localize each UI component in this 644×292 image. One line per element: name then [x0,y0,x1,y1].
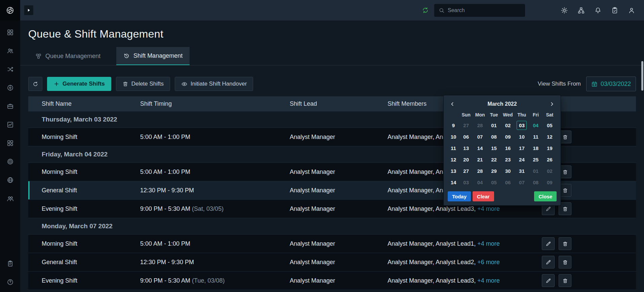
day-cell[interactable]: 29 [489,166,499,176]
day-cell[interactable]: 21 [475,155,485,164]
clear-button[interactable]: Clear [473,191,494,201]
day-cell[interactable]: 19 [545,144,555,153]
day-cell[interactable]: 08 [489,132,499,141]
topbar-icons [561,7,635,14]
initiate-handover-button[interactable]: Initiate Shift Handover [175,77,253,91]
sidebar-item-people[interactable] [0,189,20,208]
generate-shifts-button[interactable]: Generate Shifts [47,77,111,91]
sidebar-item-shuffle[interactable] [0,60,20,79]
day-cell[interactable]: 11 [531,132,541,141]
refresh-button[interactable] [28,77,42,91]
sidebar-expand-button[interactable] [24,5,33,15]
settings-button[interactable] [561,7,568,14]
app-logo[interactable] [0,0,20,20]
day-cell[interactable]: 31 [517,166,527,176]
day-cell[interactable]: 13 [461,144,471,153]
delete-shifts-button[interactable]: Delete Shifts [116,77,170,91]
day-cell[interactable]: 28 [475,166,485,176]
sidebar-item-blocks[interactable] [0,134,20,152]
delete-shift-button[interactable] [559,237,571,250]
shift-lead: Analyst Manager [290,168,388,176]
close-button[interactable]: Close [534,191,557,201]
trash-icon [562,241,568,247]
day-cell[interactable]: 30 [503,166,513,176]
sidebar-item-grid[interactable] [0,23,20,42]
shift-row[interactable]: Morning Shift5:00 AM - 1:00 PMAnalyst Ma… [28,235,636,253]
day-cell[interactable]: 08 [531,178,541,187]
day-cell[interactable]: 07 [475,132,485,141]
day-cell[interactable]: 06 [503,178,513,187]
sync-status-icon[interactable] [422,7,429,14]
scrollbar-thumb[interactable] [641,61,643,91]
day-cell[interactable]: 02 [503,121,513,130]
view-date-picker-button[interactable]: 03/03/2022 [586,77,636,91]
tasks-button[interactable] [611,7,618,14]
more-members-link[interactable]: +6 more [477,259,500,265]
day-cell[interactable]: 09 [503,132,513,141]
today-button[interactable]: Today [448,191,471,201]
sidebar-item-globe[interactable] [0,171,20,189]
day-cell[interactable]: 01 [531,166,541,176]
day-cell[interactable]: 16 [503,144,513,153]
day-cell[interactable]: 05 [545,121,555,130]
day-cell[interactable]: 23 [503,155,513,164]
integrations-button[interactable] [577,7,585,14]
edit-shift-button[interactable] [542,237,555,250]
edit-shift-button[interactable] [542,256,555,269]
day-cell[interactable]: 14 [475,144,485,153]
notifications-button[interactable] [594,7,602,14]
gear-icon [561,7,568,14]
day-cell[interactable]: 04 [531,121,541,130]
day-cell[interactable]: 02 [545,166,555,176]
shift-row[interactable]: Evening Shift9:00 PM - 5:30 AM (Tue, 03/… [28,272,636,290]
edit-shift-button[interactable] [542,274,555,287]
trash-icon [562,278,568,284]
more-members-link[interactable]: +4 more [477,205,500,212]
toolbar: Generate Shifts Delete Shifts Initiate S… [28,77,636,91]
day-cell[interactable]: 10 [517,132,527,141]
delete-shifts-label: Delete Shifts [131,81,164,87]
day-cell[interactable]: 17 [517,144,527,153]
day-cell[interactable]: 26 [545,155,555,164]
search-box[interactable] [434,4,525,17]
next-month-button[interactable] [547,99,557,109]
day-cell[interactable]: 15 [489,144,499,153]
day-cell[interactable]: 01 [489,121,499,130]
day-cell[interactable]: 20 [461,155,471,164]
tab-shift-management[interactable]: Shift Management [116,47,190,65]
sidebar-item-bullseye[interactable] [0,152,20,171]
sidebar-nav [0,23,20,208]
delete-shift-button[interactable] [559,274,571,287]
day-cell[interactable]: 18 [531,144,541,153]
sidebar-item-clipboard[interactable] [0,254,20,273]
day-cell[interactable]: 24 [517,155,527,164]
delete-shift-button[interactable] [559,256,571,269]
day-cell[interactable]: 07 [517,178,527,187]
sidebar-item-disc[interactable] [0,79,20,97]
profile-button[interactable] [628,7,635,14]
sidebar-item-briefcase[interactable] [0,97,20,115]
more-members-link[interactable]: +4 more [477,240,500,247]
shift-row[interactable]: General Shift12:30 PM - 9:30 PMAnalyst M… [28,253,636,272]
shift-name: Evening Shift [28,277,140,284]
day-cell[interactable]: 05 [489,178,499,187]
day-cell[interactable]: 27 [461,166,471,176]
sidebar-item-globeq[interactable] [0,273,20,291]
more-members-link[interactable]: +4 more [477,277,500,284]
day-cell[interactable]: 06 [461,132,471,141]
sidebar-item-chart[interactable] [0,115,20,134]
day-cell[interactable]: 25 [531,155,541,164]
day-cell[interactable]: 09 [545,178,555,187]
day-cell[interactable]: 28 [475,121,485,130]
shift-lead: Analyst Manager [290,277,388,284]
day-cell[interactable]: 12 [545,132,555,141]
sidebar-item-users[interactable] [0,42,20,60]
day-cell[interactable]: 27 [461,121,471,130]
day-cell[interactable]: 22 [489,155,499,164]
day-cell[interactable]: 03 [461,178,471,187]
prev-month-button[interactable] [448,99,457,109]
day-cell[interactable]: 04 [475,178,485,187]
tab-queue-management[interactable]: Queue Management [28,47,108,65]
selected-day-cell[interactable]: 03 [517,121,527,130]
search-input[interactable] [448,7,521,13]
